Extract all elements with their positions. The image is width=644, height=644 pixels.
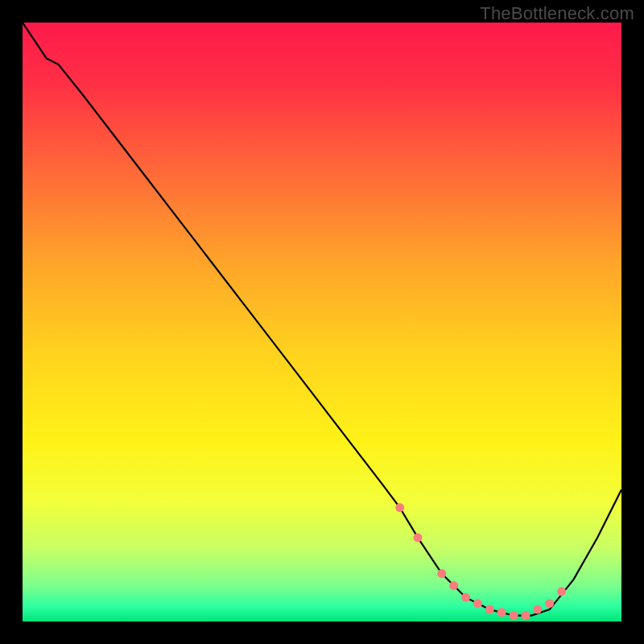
marker-dot (395, 503, 404, 512)
marker-dot (522, 611, 530, 620)
plot-area (23, 23, 621, 621)
chart-frame: TheBottleneck.com (0, 0, 644, 644)
marker-dot (545, 599, 554, 608)
marker-dot (414, 533, 423, 542)
marker-dot (461, 593, 470, 602)
marker-dot (557, 587, 566, 596)
marker-dot (533, 605, 542, 614)
chart-svg (23, 23, 621, 621)
watermark-text: TheBottleneck.com (480, 3, 634, 24)
marker-dot (437, 569, 446, 578)
marker-dot (449, 581, 458, 590)
marker-dot (497, 608, 506, 617)
marker-dot (510, 611, 518, 620)
marker-dot (485, 605, 494, 614)
gradient-background (23, 23, 621, 621)
marker-dot (473, 599, 482, 608)
